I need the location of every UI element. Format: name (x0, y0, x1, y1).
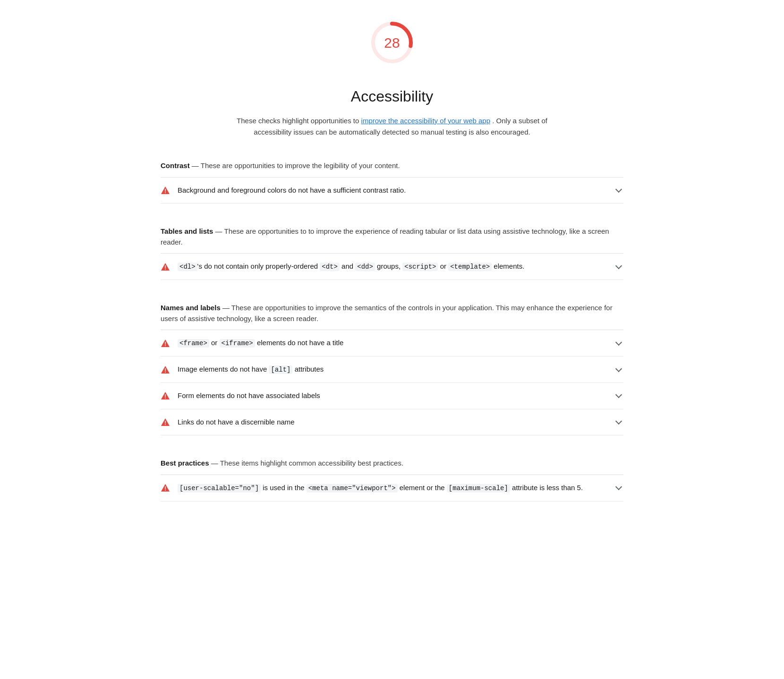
score-circle: 28 (368, 19, 416, 66)
chevron-down-icon (614, 391, 623, 400)
accordion-dl-groups[interactable]: ! <dl>'s do not contain only properly-or… (161, 254, 623, 280)
category-best-practices-label: Best practices (161, 459, 209, 467)
page-description: These checks highlight opportunities to … (231, 115, 553, 138)
accordion-frame-title-text: <frame> or <iframe> elements do not have… (178, 338, 608, 348)
chevron-down-icon (614, 339, 623, 348)
category-tables-lists: Tables and lists — These are opportuniti… (161, 219, 623, 280)
chevron-down-icon (614, 365, 623, 374)
accordion-form-labels-text: Form elements do not have associated lab… (178, 390, 608, 401)
warning-icon: ! (161, 365, 170, 374)
category-contrast-description: — These are opportunities to improve the… (192, 161, 400, 170)
svg-text:!: ! (164, 420, 166, 426)
description-start: These checks highlight opportunities to (237, 117, 361, 125)
svg-text:!: ! (164, 264, 166, 271)
category-names-labels-description: — These are opportunities to improve the… (161, 304, 613, 323)
svg-text:!: ! (164, 485, 166, 492)
chevron-down-icon (614, 417, 623, 427)
category-names-labels: Names and labels — These are opportuniti… (161, 295, 623, 435)
score-section: 28 (161, 19, 623, 74)
warning-icon: ! (161, 186, 170, 195)
category-best-practices-header: Best practices — These items highlight c… (161, 450, 623, 475)
chevron-down-icon (614, 483, 623, 492)
category-best-practices-description: — These items highlight common accessibi… (211, 459, 403, 467)
category-tables-lists-description: — These are opportunities to to improve … (161, 227, 609, 246)
warning-icon: ! (161, 483, 170, 492)
accordion-image-alt[interactable]: ! Image elements do not have [alt] attri… (161, 356, 623, 383)
chevron-down-icon (614, 186, 623, 195)
accordion-image-alt-text: Image elements do not have [alt] attribu… (178, 364, 608, 375)
warning-icon: ! (161, 262, 170, 272)
warning-icon: ! (161, 339, 170, 348)
accordion-frame-title[interactable]: ! <frame> or <iframe> elements do not ha… (161, 330, 623, 356)
category-contrast-header: Contrast — These are opportunities to im… (161, 153, 623, 178)
accordion-contrast-ratio-text: Background and foreground colors do not … (178, 185, 608, 196)
warning-icon: ! (161, 417, 170, 427)
category-best-practices: Best practices — These items highlight c… (161, 450, 623, 501)
accordion-link-name[interactable]: ! Links do not have a discernible name (161, 409, 623, 436)
accordion-dl-groups-text: <dl>'s do not contain only properly-orde… (178, 261, 608, 272)
svg-text:!: ! (164, 367, 166, 374)
accordion-link-name-text: Links do not have a discernible name (178, 417, 608, 428)
accordion-viewport-scalable-text: [user-scalable="no"] is used in the <met… (178, 483, 608, 493)
page-title: Accessibility (161, 85, 623, 108)
svg-text:!: ! (164, 393, 166, 400)
svg-text:!: ! (164, 188, 166, 195)
category-names-labels-header: Names and labels — These are opportuniti… (161, 295, 623, 330)
warning-icon: ! (161, 391, 170, 400)
category-tables-lists-label: Tables and lists (161, 227, 213, 235)
category-tables-lists-header: Tables and lists — These are opportuniti… (161, 219, 623, 254)
page-container: 28 Accessibility These checks highlight … (132, 0, 652, 543)
accessibility-link[interactable]: improve the accessibility of your web ap… (361, 117, 490, 125)
category-names-labels-label: Names and labels (161, 304, 221, 312)
svg-text:!: ! (164, 341, 166, 348)
score-value: 28 (384, 32, 400, 53)
chevron-down-icon (614, 262, 623, 272)
accordion-form-labels[interactable]: ! Form elements do not have associated l… (161, 383, 623, 409)
accordion-viewport-scalable[interactable]: ! [user-scalable="no"] is used in the <m… (161, 475, 623, 501)
category-contrast: Contrast — These are opportunities to im… (161, 153, 623, 204)
accordion-contrast-ratio[interactable]: ! Background and foreground colors do no… (161, 178, 623, 204)
category-contrast-label: Contrast (161, 161, 190, 170)
